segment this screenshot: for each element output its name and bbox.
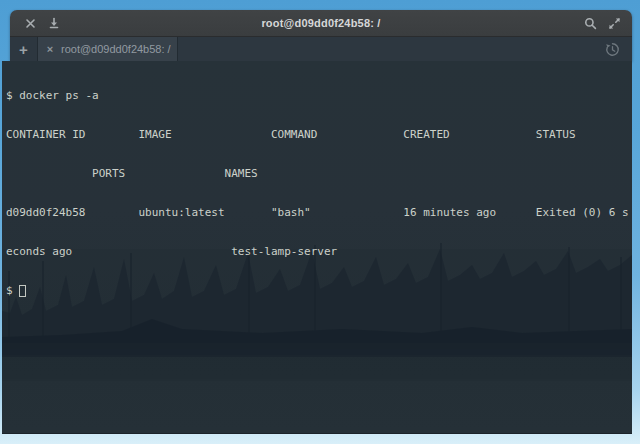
close-icon (25, 18, 36, 29)
terminal-prompt-line: $ (6, 284, 632, 297)
terminal-line: econds ago test-lamp-server (6, 245, 632, 258)
tab-root-session[interactable]: × root@d09dd0f24b58: / (37, 37, 178, 61)
window-title: root@d09dd0f24b58: / (10, 17, 632, 29)
search-button[interactable] (578, 10, 602, 37)
terminal-output: $ docker ps -a CONTAINER ID IMAGE COMMAN… (2, 61, 632, 323)
terminal-line: d09dd0f24b58 ubuntu:latest "bash" 16 min… (6, 206, 632, 219)
download-button[interactable] (42, 10, 66, 37)
terminal-line: CONTAINER ID IMAGE COMMAND CREATED STATU… (6, 128, 632, 141)
shell-prompt: $ (6, 284, 19, 297)
download-icon (48, 17, 60, 29)
restore-closed-tabs-button[interactable] (600, 37, 624, 61)
terminal-pane[interactable]: $ docker ps -a CONTAINER ID IMAGE COMMAN… (2, 61, 632, 434)
tab-close-icon[interactable]: × (44, 44, 56, 55)
new-tab-button[interactable]: + (10, 37, 37, 61)
terminal-cursor (19, 285, 26, 297)
fullscreen-button[interactable] (602, 10, 626, 37)
history-icon (605, 42, 620, 57)
terminal-window-header: root@d09dd0f24b58: / + × root@d0 (10, 10, 632, 61)
desktop: { "window": { "title": "root@d09dd0f24b5… (0, 0, 640, 444)
search-icon (584, 17, 597, 30)
close-window-button[interactable] (18, 10, 42, 37)
terminal-line: $ docker ps -a (6, 89, 632, 102)
terminal-line: PORTS NAMES (6, 167, 632, 180)
fullscreen-icon (608, 17, 621, 30)
titlebar[interactable]: root@d09dd0f24b58: / (10, 10, 632, 37)
tab-bar: + × root@d09dd0f24b58: / (10, 37, 632, 61)
tab-label: root@d09dd0f24b58: / (61, 43, 171, 55)
